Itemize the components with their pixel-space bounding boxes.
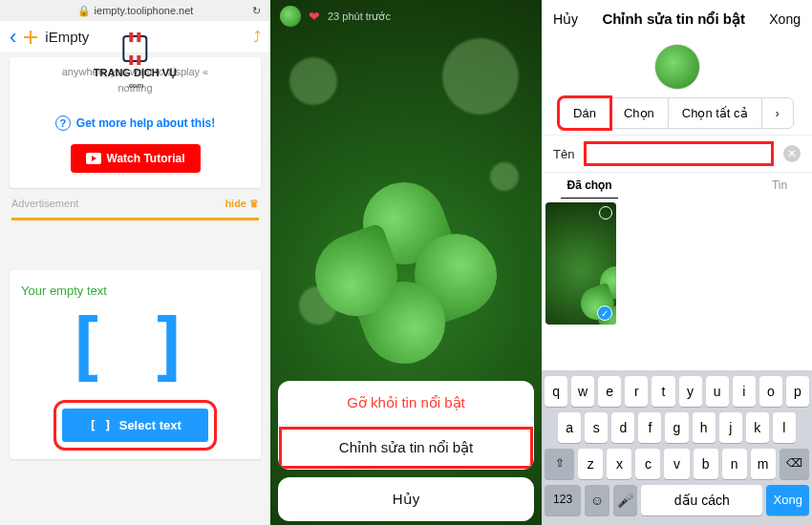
key-123[interactable]: 123 — [545, 485, 581, 515]
key-q[interactable]: q — [545, 376, 567, 407]
name-row: Tên ✕ — [542, 135, 812, 173]
key-x[interactable]: x — [607, 449, 631, 479]
nav-title: Chỉnh sửa tin nổi bật — [602, 10, 745, 28]
key-c[interactable]: c — [635, 449, 660, 479]
key-o[interactable]: o — [759, 376, 782, 407]
key-j[interactable]: j — [719, 412, 742, 443]
key-h[interactable]: h — [693, 412, 716, 443]
cancel-button[interactable]: Hủy — [278, 477, 534, 521]
name-input[interactable] — [584, 141, 774, 166]
key-row-4: 123 ☺ 🎤 dấu cách Xong — [545, 485, 809, 515]
reload-icon[interactable]: ↻ — [252, 5, 261, 17]
remove-highlight-button[interactable]: Gỡ khỏi tin nổi bật — [278, 381, 534, 426]
paste-option[interactable]: Dán — [559, 97, 610, 129]
story-thumb[interactable]: ✓ — [545, 202, 616, 325]
help-link[interactable]: ? Get more help about this! — [19, 116, 251, 131]
key-y[interactable]: y — [679, 376, 702, 407]
key-l[interactable]: l — [773, 412, 796, 443]
key-backspace[interactable]: ⌫ — [780, 449, 809, 479]
key-w[interactable]: w — [571, 376, 594, 407]
key-e[interactable]: e — [598, 376, 621, 407]
empty-text-card: Your empty text [] [ ] Select text — [10, 270, 261, 459]
youtube-icon — [86, 153, 101, 164]
key-v[interactable]: v — [664, 449, 689, 479]
key-mic[interactable]: 🎤 — [613, 485, 637, 515]
lock-icon: 🔒 — [77, 5, 91, 17]
name-label: Tên — [553, 147, 574, 161]
svg-rect-4 — [137, 55, 140, 65]
clover-image — [315, 182, 497, 364]
key-u[interactable]: u — [706, 376, 729, 407]
key-d[interactable]: d — [611, 412, 634, 443]
radio-icon — [599, 206, 612, 220]
watch-tutorial-button[interactable]: Watch Tutorial — [71, 144, 201, 173]
screenshot-1: 🔒 iempty.tooliphone.net ↻ ‹ iEmpty ⤴ TRA… — [0, 0, 270, 525]
divider — [11, 218, 259, 220]
brackets-display: [] — [44, 309, 249, 384]
story-header: ❤ 23 phút trước — [270, 0, 542, 32]
select-text-button[interactable]: [ ] Select text — [62, 409, 208, 442]
edit-highlight-button[interactable]: Chỉnh sửa tin nổi bật — [278, 426, 534, 470]
check-icon: ✓ — [597, 305, 612, 321]
help-text[interactable]: Get more help about this! — [76, 116, 215, 130]
key-space[interactable]: dấu cách — [641, 485, 762, 515]
tabs: Đã chọn Tin — [542, 173, 812, 199]
ad-row: Advertisement hide ♛ — [11, 198, 259, 210]
select-all-option[interactable]: Chọn tất cả — [668, 97, 762, 129]
nav-cancel[interactable]: Hủy — [553, 11, 578, 27]
edit-nav: Hủy Chỉnh sửa tin nổi bật Xong — [542, 0, 812, 38]
avatar[interactable] — [280, 6, 301, 27]
key-k[interactable]: k — [746, 412, 769, 443]
time-ago: 23 phút trước — [328, 10, 391, 23]
key-t[interactable]: t — [652, 376, 674, 407]
key-m[interactable]: m — [751, 449, 776, 479]
key-emoji[interactable]: ☺ — [585, 485, 609, 515]
tab-story[interactable]: Tin — [760, 178, 799, 199]
key-done[interactable]: Xong — [766, 485, 809, 515]
nav-done[interactable]: Xong — [769, 11, 801, 27]
heart-icon: ❤ — [309, 9, 320, 24]
browser-toolbar: ‹ iEmpty ⤴ — [0, 21, 270, 53]
context-menu: Dán Chọn Chọn tất cả › — [542, 97, 812, 129]
hide-ad-button[interactable]: hide ♛ — [224, 198, 259, 210]
key-row-2: a s d f g h j k l — [545, 412, 809, 443]
screenshot-2: ❤ 23 phút trước Gỡ khỏi tin nổi bật Chỉn… — [270, 0, 542, 525]
more-arrow-icon[interactable]: › — [761, 97, 794, 129]
info-card: TRANG DỊCH VỤ .com anywhere you want to … — [10, 57, 261, 188]
key-i[interactable]: i — [733, 376, 756, 407]
cover-avatar[interactable] — [654, 44, 700, 90]
key-s[interactable]: s — [585, 412, 608, 443]
key-row-3: ⇧ z x c v b n m ⌫ — [545, 449, 809, 479]
key-a[interactable]: a — [558, 412, 581, 443]
key-f[interactable]: f — [638, 412, 661, 443]
key-row-1: q w e r t y u i o p — [545, 376, 809, 407]
key-r[interactable]: r — [625, 376, 648, 407]
brackets-icon: [ ] — [89, 418, 111, 432]
url-text: iempty.tooliphone.net — [95, 5, 194, 16]
crown-icon: ♛ — [249, 198, 259, 210]
key-b[interactable]: b — [694, 449, 718, 479]
empty-text-label: Your empty text — [21, 284, 249, 298]
key-shift[interactable]: ⇧ — [545, 449, 574, 479]
select-option[interactable]: Chọn — [609, 97, 669, 129]
card-subtext: anywhere you want to display « — [62, 66, 208, 77]
site-name: iEmpty — [45, 29, 89, 45]
key-g[interactable]: g — [665, 412, 688, 443]
plus-icon — [24, 31, 37, 44]
ad-label: Advertisement — [11, 198, 78, 209]
key-z[interactable]: z — [578, 449, 603, 479]
key-p[interactable]: p — [786, 376, 809, 407]
tab-selected[interactable]: Đã chọn — [561, 178, 618, 199]
address-bar[interactable]: 🔒 iempty.tooliphone.net ↻ — [0, 0, 270, 21]
screenshot-3: Hủy Chỉnh sửa tin nổi bật Xong Dán Chọn … — [542, 0, 812, 525]
share-icon[interactable]: ⤴ — [253, 29, 261, 46]
help-icon: ? — [55, 116, 71, 131]
action-sheet: Gỡ khỏi tin nổi bật Chỉnh sửa tin nổi bậ… — [278, 381, 534, 521]
svg-rect-3 — [129, 55, 133, 65]
back-icon[interactable]: ‹ — [10, 25, 16, 50]
key-n[interactable]: n — [722, 449, 747, 479]
keyboard: q w e r t y u i o p a s d f g h j k l ⇧ … — [542, 370, 812, 525]
clear-icon[interactable]: ✕ — [783, 145, 801, 162]
